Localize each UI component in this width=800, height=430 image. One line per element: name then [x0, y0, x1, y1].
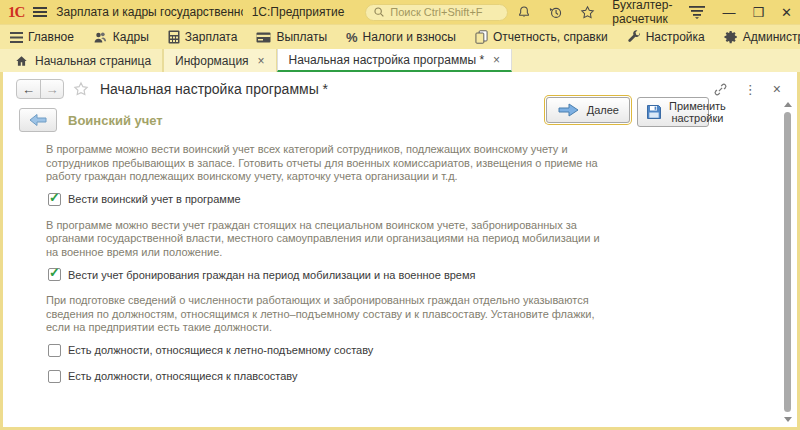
- tab-label: Начальная страница: [35, 54, 151, 68]
- page-header-actions: ⋮ ×: [713, 81, 787, 97]
- menu-item-settings[interactable]: Настройка: [627, 30, 705, 44]
- notifications-bell-icon[interactable]: [517, 5, 531, 19]
- scroll-down-icon[interactable]: [784, 417, 792, 422]
- favorite-star-icon[interactable]: [73, 81, 89, 97]
- close-form-icon[interactable]: ×: [773, 81, 781, 97]
- checkbox-icon[interactable]: [48, 344, 61, 357]
- checkbox-icon[interactable]: [48, 193, 61, 206]
- checkbox-icon[interactable]: [48, 370, 61, 383]
- tab-initial-setup[interactable]: Начальная настройка программы * ×: [277, 49, 512, 72]
- tab-home[interactable]: Начальная страница: [4, 49, 163, 72]
- people-icon: [93, 31, 108, 44]
- menu-item-payments[interactable]: Выплаты: [256, 30, 327, 44]
- menu-item-label: Настройка: [646, 30, 705, 44]
- menu-item-main[interactable]: Главное: [10, 30, 74, 44]
- next-arrow-icon: [557, 102, 580, 118]
- close-window-icon[interactable]: ✕: [781, 6, 792, 19]
- back-button[interactable]: [19, 108, 57, 132]
- scroll-up-icon[interactable]: [784, 102, 792, 107]
- nav-forward-icon[interactable]: →: [40, 80, 63, 98]
- menu-item-administration[interactable]: Администрирование: [724, 30, 800, 44]
- menu-item-label: Главное: [28, 30, 74, 44]
- history-nav: ← →: [16, 79, 64, 99]
- section-body: В программе можно вести воинский учет вс…: [46, 143, 606, 383]
- page-title: Начальная настройка программы *: [100, 81, 328, 97]
- checkbox-icon[interactable]: [48, 268, 61, 281]
- menu-item-label: Выплаты: [276, 30, 327, 44]
- paragraph: При подготовке сведений о численности ра…: [46, 294, 606, 335]
- close-tab-icon[interactable]: ×: [493, 53, 500, 67]
- checkbox-flight-crew[interactable]: Есть должности, относящиеся к летно-подъ…: [48, 344, 606, 357]
- sections-menubar: Главное Кадры Зарплата Выплаты % Налоги …: [0, 24, 800, 49]
- minimize-icon[interactable]: —: [722, 6, 735, 19]
- tab-information[interactable]: Информация ×: [163, 49, 277, 72]
- checkbox-label: Вести учет бронирования граждан на перио…: [68, 269, 475, 281]
- section-title: Воинский учет: [68, 113, 163, 128]
- get-link-icon[interactable]: [713, 82, 728, 97]
- save-floppy-icon: [646, 104, 662, 120]
- app-name: 1С:Предприятие: [252, 5, 345, 19]
- calculator-icon: [168, 30, 180, 44]
- favorites-star-icon[interactable]: [580, 5, 595, 20]
- next-button[interactable]: Далее: [546, 97, 630, 123]
- menu-item-label: Кадры: [113, 30, 149, 44]
- nav-back-icon[interactable]: ←: [17, 80, 40, 98]
- close-tab-icon[interactable]: ×: [258, 54, 265, 68]
- checkbox-military-records[interactable]: Вести воинский учет в программе: [48, 193, 606, 206]
- paragraph: В программе можно вести воинский учет вс…: [46, 143, 606, 184]
- checkbox-label: Есть должности, относящиеся к плавсостав…: [68, 370, 297, 382]
- checkbox-label: Есть должности, относящиеся к летно-подъ…: [68, 344, 373, 356]
- titlebar: 1С Зарплата и кадры государственного учр…: [0, 0, 800, 24]
- back-arrow-icon: [28, 113, 48, 127]
- scrollbar-thumb[interactable]: [784, 112, 791, 412]
- list-icon: [10, 32, 23, 43]
- form-toolbar: Далее Применить настройки: [546, 97, 709, 127]
- vertical-scrollbar[interactable]: [783, 102, 792, 422]
- main-menu-icon[interactable]: [33, 6, 47, 18]
- maximize-icon[interactable]: ❒: [752, 6, 764, 19]
- window-title: Зарплата и кадры государственного учре..…: [56, 5, 242, 19]
- card-icon: [256, 32, 271, 43]
- checkbox-label: Вести воинский учет в программе: [68, 193, 241, 205]
- checkbox-ship-crew[interactable]: Есть должности, относящиеся к плавсостав…: [48, 370, 606, 383]
- next-button-label: Далее: [587, 104, 619, 116]
- tabbar: Начальная страница Информация × Начальна…: [0, 49, 800, 72]
- search-icon: [373, 6, 385, 18]
- 1c-logo-icon: 1С: [8, 5, 24, 20]
- search-input[interactable]: [390, 6, 500, 18]
- app-window: 1С Зарплата и кадры государственного учр…: [0, 0, 800, 430]
- gear-icon: [724, 30, 738, 44]
- percent-icon: %: [346, 30, 358, 45]
- history-icon[interactable]: [548, 5, 563, 20]
- menu-item-reports[interactable]: Отчетность, справки: [475, 30, 608, 44]
- documents-icon: [475, 30, 488, 44]
- menu-item-label: Отчетность, справки: [493, 30, 608, 44]
- checkbox-reservation-records[interactable]: Вести учет бронирования граждан на перио…: [48, 268, 606, 281]
- home-icon: [15, 55, 28, 67]
- global-search[interactable]: [365, 4, 508, 21]
- form-initial-setup: ← → Начальная настройка программы * ⋮ × …: [0, 72, 800, 430]
- menu-item-label: Зарплата: [185, 30, 238, 44]
- service-menu-icon[interactable]: [689, 6, 705, 19]
- titlebar-right: Бухгалтер-расчетчик — ❒ ✕: [517, 0, 792, 26]
- menu-item-label: Налоги и взносы: [363, 30, 456, 44]
- paragraph: В программе можно вести учет граждан сто…: [46, 219, 606, 260]
- more-actions-icon[interactable]: ⋮: [744, 82, 757, 97]
- menu-item-salary[interactable]: Зарплата: [168, 30, 238, 44]
- menu-item-staff[interactable]: Кадры: [93, 30, 149, 44]
- tab-label: Начальная настройка программы *: [289, 53, 484, 67]
- menu-item-taxes[interactable]: % Налоги и взносы: [346, 30, 456, 45]
- wrench-icon: [627, 30, 641, 44]
- apply-settings-button[interactable]: Применить настройки: [637, 97, 709, 127]
- current-user[interactable]: Бухгалтер-расчетчик: [612, 0, 672, 26]
- tab-label: Информация: [175, 54, 248, 68]
- apply-settings-label: Применить настройки: [669, 100, 726, 124]
- menu-item-label: Администрирование: [743, 30, 800, 44]
